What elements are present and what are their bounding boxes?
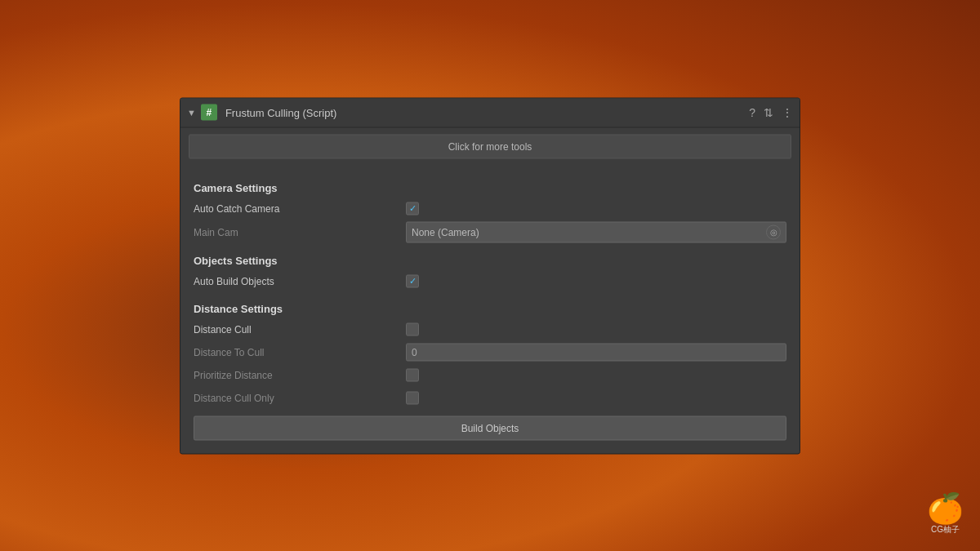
main-cam-label: Main Cam (194, 226, 406, 238)
watermark-text: CG柚子 (931, 525, 960, 535)
watermark-emoji: 🍊 (927, 494, 964, 523)
build-objects-button[interactable]: Build Objects (194, 415, 786, 440)
distance-cull-only-value (406, 391, 786, 404)
panel-header: ▼ # Frustum Culling (Script) ? ⇅ ⋮ (180, 98, 800, 127)
main-cam-value: None (Camera) ◎ (406, 221, 786, 242)
field-distance-cull-only: Distance Cull Only (194, 388, 786, 407)
distance-to-cull-input[interactable] (406, 343, 786, 361)
auto-build-objects-value (406, 274, 786, 287)
distance-to-cull-label: Distance To Cull (194, 346, 406, 358)
section-distance-label: Distance Settings (194, 302, 786, 314)
section-objects-label: Objects Settings (194, 254, 786, 266)
prioritize-distance-label: Prioritize Distance (194, 369, 406, 380)
header-actions: ? ⇅ ⋮ (749, 107, 793, 118)
collapse-arrow[interactable]: ▼ (187, 108, 196, 118)
field-auto-build-objects: Auto Build Objects (194, 271, 786, 291)
section-camera-label: Camera Settings (194, 181, 786, 193)
help-button[interactable]: ? (749, 107, 755, 118)
panel-content: Camera Settings Auto Catch Camera Main C… (180, 165, 800, 453)
settings-button[interactable]: ⇅ (764, 107, 773, 118)
auto-catch-camera-checkbox[interactable] (406, 202, 419, 215)
more-button[interactable]: ⋮ (782, 107, 793, 118)
distance-cull-value (406, 322, 786, 335)
distance-cull-checkbox[interactable] (406, 322, 419, 335)
prioritize-distance-checkbox[interactable] (406, 368, 419, 381)
field-distance-to-cull: Distance To Cull (194, 342, 786, 362)
watermark: 🍊 CG柚子 (927, 494, 964, 535)
more-tools-bar[interactable]: Click for more tools (189, 134, 791, 158)
field-distance-cull: Distance Cull (194, 319, 786, 339)
auto-catch-camera-value (406, 202, 786, 215)
field-main-cam: Main Cam None (Camera) ◎ (194, 221, 786, 242)
prioritize-distance-value (406, 368, 786, 381)
distance-cull-only-checkbox[interactable] (406, 391, 419, 404)
auto-build-objects-checkbox[interactable] (406, 274, 419, 287)
main-cam-target-btn[interactable]: ◎ (766, 224, 781, 239)
distance-cull-label: Distance Cull (194, 323, 406, 335)
auto-build-objects-label: Auto Build Objects (194, 275, 406, 287)
distance-cull-only-label: Distance Cull Only (194, 392, 406, 403)
script-icon: # (201, 104, 217, 121)
main-cam-dropdown[interactable]: None (Camera) ◎ (406, 221, 786, 242)
distance-to-cull-value (406, 343, 786, 361)
field-auto-catch-camera: Auto Catch Camera (194, 198, 786, 218)
inspector-panel: ▼ # Frustum Culling (Script) ? ⇅ ⋮ Click… (180, 97, 800, 454)
panel-title: Frustum Culling (Script) (225, 106, 749, 118)
auto-catch-camera-label: Auto Catch Camera (194, 202, 406, 214)
field-prioritize-distance: Prioritize Distance (194, 365, 786, 384)
